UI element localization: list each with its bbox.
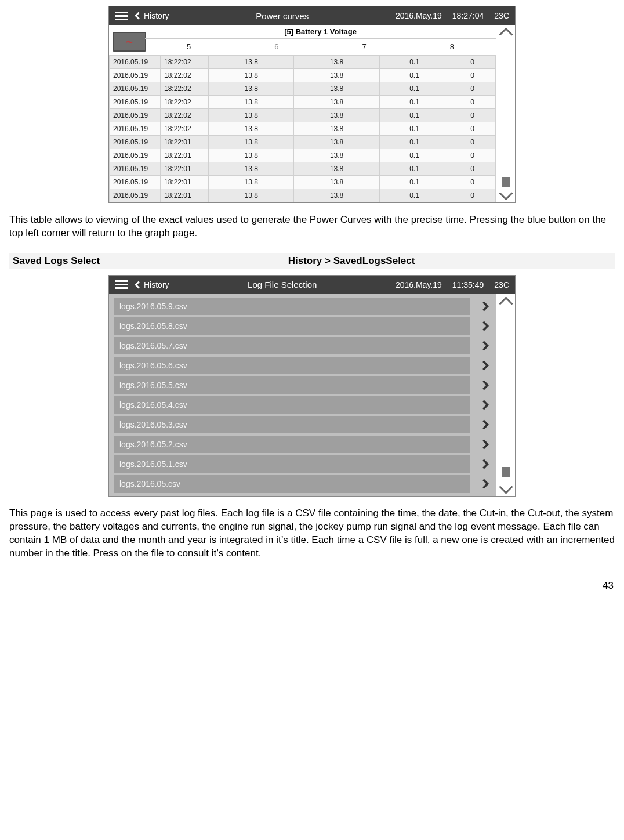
menu-icon[interactable] — [115, 280, 128, 289]
back-icon[interactable] — [133, 12, 142, 20]
page-title: Log File Selection — [169, 280, 396, 289]
cell-time: 18:22:01 — [161, 189, 209, 202]
cell-value: 13.8 — [294, 69, 379, 82]
cell-value: 0 — [449, 149, 496, 162]
log-file-selection-screenshot: History Log File Selection 2016.May.19 1… — [108, 275, 516, 497]
chevron-right-icon[interactable] — [480, 337, 491, 354]
table-row: 2016.05.1918:22:0213.813.80.10 — [110, 122, 496, 136]
table-row: 2016.05.1918:22:0213.813.80.10 — [110, 82, 496, 96]
cell-date: 2016.05.19 — [110, 176, 161, 189]
page-number: 43 — [603, 580, 614, 592]
cell-value: 0 — [449, 56, 496, 69]
back-label[interactable]: History — [144, 280, 169, 289]
chevron-right-icon[interactable] — [480, 357, 491, 374]
cell-value: 13.8 — [209, 96, 294, 109]
scroll-up-icon[interactable] — [500, 298, 511, 309]
table-row: 2016.05.1918:22:0113.813.80.10 — [110, 189, 496, 202]
cell-value: 0.1 — [379, 189, 449, 202]
graph-toggle-button[interactable]: ~ — [113, 32, 146, 52]
log-file-item[interactable]: logs.2016.05.9.csv — [114, 298, 470, 315]
cell-value: 0 — [449, 136, 496, 149]
column-header[interactable]: 6 — [233, 39, 320, 55]
table-row: 2016.05.1918:22:0113.813.80.10 — [110, 176, 496, 189]
column-header[interactable]: 8 — [408, 39, 496, 55]
topbar-date: 2016.May.19 — [396, 280, 442, 289]
cell-date: 2016.05.19 — [110, 69, 161, 82]
section-title: Saved Logs Select — [13, 255, 288, 267]
log-file-item[interactable]: logs.2016.05.6.csv — [114, 357, 470, 374]
cell-value: 0 — [449, 162, 496, 176]
paragraph-1: This table allows to viewing of the exac… — [9, 213, 615, 240]
cell-value: 0.1 — [379, 56, 449, 69]
column-header[interactable]: 7 — [321, 39, 408, 55]
cell-value: 13.8 — [209, 109, 294, 122]
scroll-down-icon[interactable] — [500, 187, 511, 199]
cell-date: 2016.05.19 — [110, 109, 161, 122]
scroll-down-icon[interactable] — [500, 481, 511, 493]
cell-value: 0 — [449, 109, 496, 122]
chevron-right-icon[interactable] — [480, 396, 491, 414]
cell-value: 0.1 — [379, 162, 449, 176]
cell-time: 18:22:02 — [161, 82, 209, 96]
log-file-item[interactable]: logs.2016.05.csv — [114, 475, 470, 493]
menu-icon[interactable] — [115, 12, 128, 20]
log-file-item[interactable]: logs.2016.05.7.csv — [114, 337, 470, 354]
cell-value: 0.1 — [379, 149, 449, 162]
topbar-time: 11:35:49 — [452, 280, 484, 289]
paragraph-2: This page is used to access every past l… — [9, 507, 615, 560]
table-row: 2016.05.1918:22:0213.813.80.10 — [110, 56, 496, 69]
scroll-up-icon[interactable] — [500, 28, 511, 40]
back-icon[interactable] — [133, 281, 142, 289]
back-label[interactable]: History — [144, 11, 169, 20]
log-file-item[interactable]: logs.2016.05.8.csv — [114, 317, 470, 335]
cell-date: 2016.05.19 — [110, 82, 161, 96]
cell-value: 13.8 — [209, 162, 294, 176]
cell-value: 0.1 — [379, 82, 449, 96]
chevron-right-icon[interactable] — [480, 455, 491, 473]
table-row: 2016.05.1918:22:0213.813.80.10 — [110, 69, 496, 82]
topbar-temp: 23C — [494, 11, 509, 20]
topbar: History Power curves 2016.May.19 18:27:0… — [109, 6, 515, 25]
cell-time: 18:22:02 — [161, 69, 209, 82]
cell-value: 13.8 — [294, 176, 379, 189]
cell-time: 18:22:02 — [161, 96, 209, 109]
cell-value: 0.1 — [379, 122, 449, 136]
cell-value: 13.8 — [294, 109, 379, 122]
section-path: History > SavedLogsSelect — [288, 255, 611, 267]
log-file-item[interactable]: logs.2016.05.4.csv — [114, 396, 470, 414]
cell-value: 13.8 — [294, 136, 379, 149]
cell-value: 13.8 — [294, 162, 379, 176]
data-subtitle: [5] Battery 1 Voltage — [145, 25, 496, 38]
log-file-item[interactable]: logs.2016.05.5.csv — [114, 376, 470, 394]
cell-value: 13.8 — [209, 56, 294, 69]
column-headers: 5678 — [145, 38, 496, 55]
chevron-right-icon[interactable] — [480, 475, 491, 493]
cell-time: 18:22:01 — [161, 162, 209, 176]
cell-value: 0.1 — [379, 96, 449, 109]
topbar-time: 18:27:04 — [452, 11, 484, 20]
cell-time: 18:22:02 — [161, 109, 209, 122]
cell-value: 13.8 — [294, 122, 379, 136]
cell-value: 13.8 — [209, 82, 294, 96]
cell-date: 2016.05.19 — [110, 56, 161, 69]
cell-value: 0 — [449, 96, 496, 109]
column-header[interactable]: 5 — [145, 39, 233, 55]
log-file-item[interactable]: logs.2016.05.1.csv — [114, 455, 470, 473]
chevron-right-icon[interactable] — [480, 416, 491, 433]
cell-value: 13.8 — [294, 56, 379, 69]
log-file-item[interactable]: logs.2016.05.3.csv — [114, 416, 470, 433]
chevron-right-icon[interactable] — [480, 376, 491, 394]
chevron-right-icon[interactable] — [480, 436, 491, 453]
cell-value: 0 — [449, 69, 496, 82]
scrollbar-thumb[interactable] — [502, 467, 510, 477]
topbar: History Log File Selection 2016.May.19 1… — [109, 276, 515, 294]
table-row: 2016.05.1918:22:0213.813.80.10 — [110, 96, 496, 109]
scrollbar[interactable] — [496, 294, 515, 496]
scrollbar[interactable] — [496, 25, 515, 202]
cell-value: 13.8 — [294, 189, 379, 202]
chevron-right-icon[interactable] — [480, 298, 491, 315]
log-file-item[interactable]: logs.2016.05.2.csv — [114, 436, 470, 453]
cell-date: 2016.05.19 — [110, 162, 161, 176]
table-row: 2016.05.1918:22:0113.813.80.10 — [110, 136, 496, 149]
chevron-right-icon[interactable] — [480, 317, 491, 335]
